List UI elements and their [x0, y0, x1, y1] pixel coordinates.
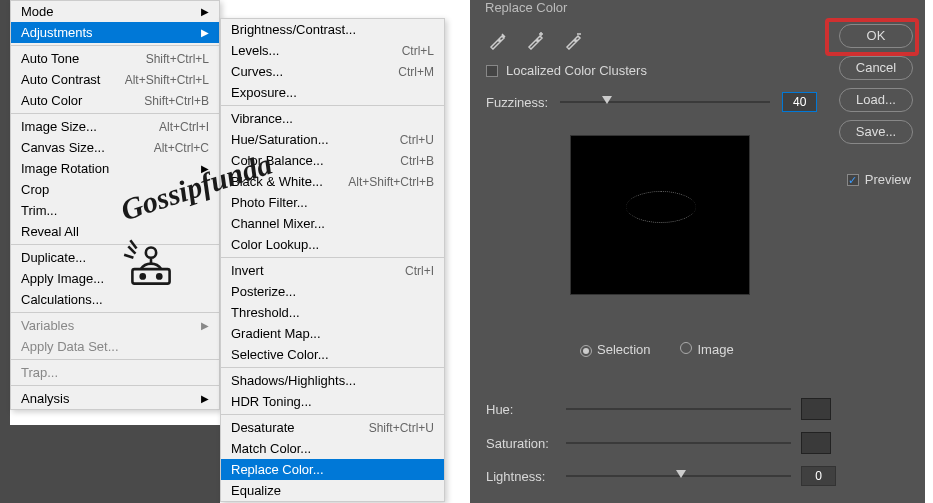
menu-item-label: Gradient Map...	[231, 326, 321, 341]
image-menu-item[interactable]: Trim...	[11, 200, 219, 221]
image-menu-item[interactable]: Image Size...Alt+Ctrl+I	[11, 116, 219, 137]
image-menu-item[interactable]: Reveal All	[11, 221, 219, 242]
fuzziness-label: Fuzziness:	[486, 95, 548, 110]
replace-color-dialog: Replace Color Localized Color Clusters F…	[470, 0, 925, 503]
slider-thumb-icon[interactable]	[676, 470, 686, 478]
menu-item-label: Duplicate...	[21, 250, 86, 265]
submenu-arrow-icon: ▶	[201, 6, 209, 17]
adjustments-menu-item[interactable]: Replace Color...	[221, 459, 444, 480]
submenu-arrow-icon: ▶	[201, 163, 209, 174]
dialog-buttons: OK Cancel Load... Save...	[839, 24, 913, 144]
image-menu-item[interactable]: Auto ColorShift+Ctrl+B	[11, 90, 219, 111]
menu-item-label: Variables	[21, 318, 74, 333]
load-button[interactable]: Load...	[839, 88, 913, 112]
adjustments-menu-item[interactable]: Posterize...	[221, 281, 444, 302]
image-menu-item[interactable]: Canvas Size...Alt+Ctrl+C	[11, 137, 219, 158]
adjustments-menu-item[interactable]: HDR Toning...	[221, 391, 444, 412]
image-menu-item: Apply Data Set...	[11, 336, 219, 357]
menu-item-label: Reveal All	[21, 224, 79, 239]
lightness-input[interactable]: 0	[801, 466, 836, 486]
adjustments-menu-item[interactable]: Brightness/Contrast...	[221, 19, 444, 40]
menu-separator	[221, 414, 444, 415]
image-menu-item[interactable]: Adjustments▶	[11, 22, 219, 43]
menu-item-label: Selective Color...	[231, 347, 329, 362]
menu-separator	[11, 312, 219, 313]
preview-option[interactable]: Preview	[847, 172, 911, 187]
adjustments-menu-item[interactable]: Selective Color...	[221, 344, 444, 365]
menu-item-shortcut: Alt+Shift+Ctrl+B	[348, 175, 434, 189]
menu-item-label: Threshold...	[231, 305, 300, 320]
menu-item-label: Black & White...	[231, 174, 323, 189]
adjustments-menu-item[interactable]: Threshold...	[221, 302, 444, 323]
menu-separator	[11, 113, 219, 114]
image-menu-item[interactable]: Crop	[11, 179, 219, 200]
image-radio[interactable]: Image	[680, 342, 733, 357]
menu-item-label: Trap...	[21, 365, 58, 380]
image-menu-item[interactable]: Mode▶	[11, 1, 219, 22]
menu-item-label: Hue/Saturation...	[231, 132, 329, 147]
selection-radio[interactable]: Selection	[580, 342, 650, 357]
localized-clusters-option[interactable]: Localized Color Clusters	[486, 63, 647, 78]
adjustments-menu-item[interactable]: Hue/Saturation...Ctrl+U	[221, 129, 444, 150]
adjustments-menu-item[interactable]: DesaturateShift+Ctrl+U	[221, 417, 444, 438]
adjustments-menu-item[interactable]: Curves...Ctrl+M	[221, 61, 444, 82]
menu-item-label: Equalize	[231, 483, 281, 498]
slider-thumb-icon[interactable]	[602, 96, 612, 104]
eyedropper-minus-icon[interactable]	[564, 30, 584, 50]
menu-item-label: Color Lookup...	[231, 237, 319, 252]
submenu-arrow-icon: ▶	[201, 393, 209, 404]
adjustments-menu-item[interactable]: Color Lookup...	[221, 234, 444, 255]
preview-mode-radios: Selection Image	[580, 342, 734, 357]
adjustments-menu-item[interactable]: Color Balance...Ctrl+B	[221, 150, 444, 171]
adjustments-menu-item[interactable]: Vibrance...	[221, 108, 444, 129]
image-menu-item[interactable]: Analysis▶	[11, 388, 219, 409]
menu-item-shortcut: Ctrl+B	[400, 154, 434, 168]
submenu-arrow-icon: ▶	[201, 27, 209, 38]
adjustments-menu-item[interactable]: Equalize	[221, 480, 444, 501]
menu-item-shortcut: Alt+Ctrl+C	[154, 141, 209, 155]
image-menu-item: Trap...	[11, 362, 219, 383]
image-menu-item: Variables▶	[11, 315, 219, 336]
eyedropper-tools	[488, 30, 584, 50]
ok-button[interactable]: OK	[839, 24, 913, 48]
result-color-swatch[interactable]	[801, 398, 831, 420]
cancel-button[interactable]: Cancel	[839, 56, 913, 80]
fuzziness-slider[interactable]	[560, 101, 770, 103]
menu-separator	[11, 45, 219, 46]
image-menu-item[interactable]: Auto ToneShift+Ctrl+L	[11, 48, 219, 69]
menu-item-label: Apply Data Set...	[21, 339, 119, 354]
preview-checkbox[interactable]	[847, 174, 859, 186]
localized-checkbox[interactable]	[486, 65, 498, 77]
adjustments-menu-item[interactable]: Photo Filter...	[221, 192, 444, 213]
menu-item-label: Calculations...	[21, 292, 103, 307]
image-menu-item[interactable]: Apply Image...	[11, 268, 219, 289]
image-menu-item[interactable]: Image Rotation▶	[11, 158, 219, 179]
adjustments-menu-item[interactable]: Exposure...	[221, 82, 444, 103]
hue-slider[interactable]	[566, 408, 791, 410]
swatch-placeholder	[801, 432, 831, 454]
eyedropper-icon[interactable]	[488, 30, 508, 50]
adjustments-menu-item[interactable]: Levels...Ctrl+L	[221, 40, 444, 61]
menu-item-shortcut: Ctrl+M	[398, 65, 434, 79]
menu-item-shortcut: Shift+Ctrl+U	[369, 421, 434, 435]
eyedropper-plus-icon[interactable]	[526, 30, 546, 50]
image-menu-item[interactable]: Auto ContrastAlt+Shift+Ctrl+L	[11, 69, 219, 90]
adjustments-menu-item[interactable]: InvertCtrl+I	[221, 260, 444, 281]
image-menu-item[interactable]: Duplicate...	[11, 247, 219, 268]
adjustments-menu-item[interactable]: Channel Mixer...	[221, 213, 444, 234]
radio-icon	[580, 345, 592, 357]
save-button[interactable]: Save...	[839, 120, 913, 144]
menu-item-label: Exposure...	[231, 85, 297, 100]
saturation-slider[interactable]	[566, 442, 791, 444]
menu-item-shortcut: Ctrl+L	[402, 44, 434, 58]
lightness-slider[interactable]	[566, 475, 791, 477]
adjustments-menu-item[interactable]: Black & White...Alt+Shift+Ctrl+B	[221, 171, 444, 192]
adjustments-menu-item[interactable]: Gradient Map...	[221, 323, 444, 344]
image-menu-item[interactable]: Calculations...	[11, 289, 219, 310]
adjustments-menu-item[interactable]: Shadows/Highlights...	[221, 370, 444, 391]
adjustments-menu-item[interactable]: Match Color...	[221, 438, 444, 459]
lightness-control: Lightness: 0	[486, 466, 836, 486]
menu-item-label: Auto Color	[21, 93, 82, 108]
menu-item-label: Crop	[21, 182, 49, 197]
fuzziness-input[interactable]: 40	[782, 92, 817, 112]
